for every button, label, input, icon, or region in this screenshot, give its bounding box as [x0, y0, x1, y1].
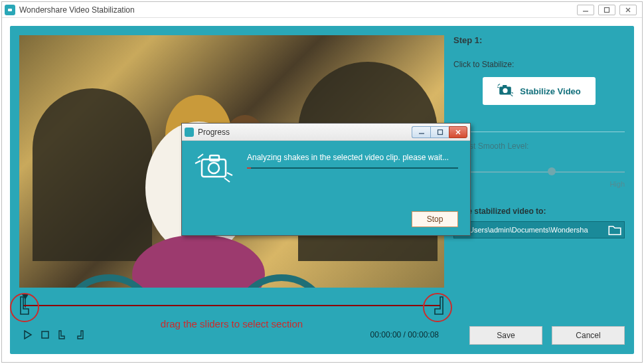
svg-rect-11 [503, 85, 507, 87]
svg-rect-22 [210, 155, 219, 161]
svg-line-19 [198, 154, 203, 158]
svg-marker-6 [25, 331, 31, 339]
dialog-message: Analyzing shakes in the selected video c… [247, 151, 458, 163]
progress-dialog: Progress [181, 123, 471, 236]
main-window: Wondershare Video Stabilization [1, 1, 643, 363]
progress-bar [247, 167, 458, 169]
stabilize-button-label: Stabilize Video [520, 86, 581, 96]
window-controls [577, 5, 637, 15]
camera-icon [497, 84, 513, 99]
dialog-title: Progress [198, 128, 412, 137]
current-time: 00:00:00 [370, 330, 402, 339]
mark-in-button[interactable] [58, 330, 67, 339]
svg-line-24 [224, 178, 230, 182]
stabilize-button[interactable]: Stabilize Video [483, 77, 596, 105]
timecode-display: 00:00:00 / 00:00:08 [370, 330, 439, 339]
svg-line-20 [195, 161, 201, 163]
svg-line-13 [511, 94, 513, 96]
svg-line-25 [227, 173, 232, 175]
minimize-button[interactable] [577, 5, 594, 15]
mark-out-button[interactable] [75, 330, 84, 339]
save-button[interactable]: Save [469, 326, 542, 345]
save-to-label: Save stabilized video to: [453, 207, 625, 216]
svg-line-9 [497, 86, 499, 88]
save-block: Save stabilized video to: C:\Users\admin… [453, 207, 625, 238]
svg-line-14 [512, 92, 513, 94]
click-to-stabilize-label: Click to Stabilize: [453, 60, 625, 69]
titlebar: Wondershare Video Stabilization [2, 2, 642, 18]
smooth-level-label: Adjust Smooth Level: [453, 141, 625, 151]
dialog-app-icon [185, 128, 194, 137]
svg-rect-16 [438, 130, 442, 134]
separator [453, 132, 625, 132]
stop-button[interactable]: Stop [412, 211, 458, 227]
bottom-buttons: Save Cancel [469, 326, 625, 345]
dialog-titlebar: Progress [182, 124, 470, 141]
transport-controls [23, 330, 84, 339]
dialog-maximize-button[interactable] [430, 126, 449, 138]
play-button[interactable] [23, 330, 33, 339]
maximize-button[interactable] [598, 5, 615, 15]
slider-high-label: High [609, 180, 625, 188]
save-path-text: C:\Users\admin\Documents\Wondersha [459, 226, 608, 234]
dialog-close-button[interactable] [449, 126, 467, 138]
timeline-track[interactable] [23, 305, 440, 306]
svg-point-12 [503, 88, 508, 92]
svg-line-8 [498, 84, 500, 85]
progress-fill [247, 167, 251, 169]
timeline: drag the sliders to select section 00:00… [19, 292, 444, 331]
in-point-handle[interactable] [21, 297, 29, 314]
save-path-field[interactable]: C:\Users\admin\Documents\Wondersha [453, 221, 625, 238]
stop-playback-button[interactable] [40, 330, 50, 339]
close-button[interactable] [619, 5, 637, 15]
camera-shake-icon [194, 151, 234, 185]
window-title: Wondershare Video Stabilization [19, 5, 577, 15]
smooth-block: Adjust Smooth Level: Low High [453, 141, 625, 188]
svg-rect-7 [42, 331, 48, 338]
browse-folder-button[interactable] [608, 224, 621, 236]
cancel-button[interactable]: Cancel [552, 326, 625, 345]
dialog-body: Analyzing shakes in the selected video c… [182, 141, 470, 235]
step-label: Step 1: [453, 35, 625, 45]
sidebar: Step 1: Click to Stabilize: Stabilize Vi… [453, 35, 625, 238]
total-time: 00:00:08 [408, 330, 439, 339]
smooth-slider[interactable] [453, 165, 625, 179]
slider-thumb[interactable] [548, 167, 556, 175]
timeline-annotation: drag the sliders to select section [19, 318, 444, 329]
dialog-minimize-button[interactable] [412, 126, 430, 138]
svg-rect-1 [605, 7, 609, 12]
app-icon [5, 5, 15, 15]
svg-point-23 [208, 163, 219, 173]
out-point-handle[interactable] [435, 297, 443, 314]
